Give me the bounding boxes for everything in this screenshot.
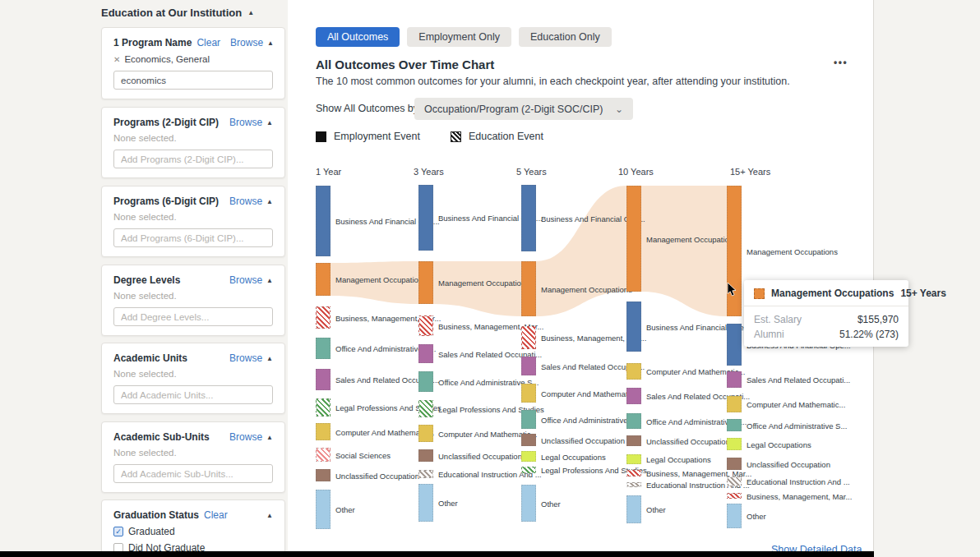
checkbox-graduated[interactable]: ✓	[113, 527, 123, 536]
sankey-node-uncl[interactable]	[316, 469, 331, 481]
sankey-node-edu[interactable]	[418, 470, 433, 478]
sankey-node-edu[interactable]	[727, 476, 742, 486]
tooltip-row-label: Alumni	[754, 329, 784, 340]
sankey-node-sales[interactable]	[727, 371, 742, 388]
collapse-arrow-icon[interactable]: ▲	[266, 119, 273, 127]
browse-link[interactable]: Browse	[229, 431, 262, 443]
show-by-label: Show All Outcomes by:	[316, 103, 422, 114]
sankey-node-bmm[interactable]	[626, 470, 641, 476]
sankey-node-comp[interactable]	[521, 384, 536, 403]
clear-link[interactable]: Clear	[204, 509, 228, 521]
browse-link[interactable]: Browse	[229, 117, 262, 128]
sankey-node-bmm[interactable]	[727, 493, 742, 499]
sankey-node-legal[interactable]	[727, 438, 742, 450]
browse-link[interactable]: Browse	[229, 196, 262, 207]
collapse-arrow-icon[interactable]: ▲	[266, 198, 273, 205]
collapse-arrow-icon[interactable]: ▲	[266, 512, 273, 519]
sankey-node-uncl[interactable]	[521, 434, 536, 446]
sankey-node-lps[interactable]	[316, 398, 331, 417]
sankey-node-comp[interactable]	[316, 423, 331, 440]
sankey-node-sales[interactable]	[316, 369, 331, 390]
sankey-node-mgmt[interactable]	[521, 261, 536, 316]
sidebar-section-header[interactable]: Education at Our Institution ▲	[101, 7, 254, 19]
selected-tag[interactable]: ✕ Economics, General	[113, 54, 273, 64]
ellipsis-menu-icon[interactable]: •••	[834, 57, 848, 68]
chart-subtitle: The 10 most common outcomes for your alu…	[316, 76, 790, 87]
tooltip-row-value: 51.22% (273)	[839, 329, 899, 340]
programs-6digit-input[interactable]	[113, 228, 273, 247]
none-selected-text: None selected.	[113, 133, 273, 143]
academic-sub-units-input[interactable]	[113, 464, 273, 483]
sankey-node-sales[interactable]	[418, 344, 433, 363]
collapse-arrow-icon[interactable]: ▲	[267, 39, 274, 47]
sankey-node-sales[interactable]	[521, 357, 536, 375]
sankey-node-other[interactable]	[626, 495, 641, 523]
sankey-node-lps[interactable]	[418, 400, 433, 417]
sankey-node-bfo[interactable]	[626, 302, 641, 352]
sankey-node-legal[interactable]	[521, 451, 536, 462]
sankey-node-uncl[interactable]	[626, 435, 641, 446]
sankey-node-other[interactable]	[418, 484, 433, 522]
node-tooltip: Management Occupations 15+ Years Est. Sa…	[744, 280, 908, 347]
degree-levels-input[interactable]	[113, 307, 273, 326]
sankey-node-sales[interactable]	[626, 388, 641, 404]
sankey-node-comp[interactable]	[418, 425, 433, 442]
filter-card-degree-levels: Degree Levels Browse ▲ None selected.	[101, 265, 285, 336]
sidebar-section-title: Education at Our Institution	[101, 7, 242, 19]
sankey-node-comp[interactable]	[626, 363, 641, 380]
window-bottom-edge	[0, 551, 874, 557]
sankey-node-oas[interactable]	[521, 410, 536, 429]
legend-label: Education Event	[469, 131, 543, 142]
tab-employment-only[interactable]: Employment Only	[407, 27, 511, 47]
sankey-node-bmm[interactable]	[521, 326, 536, 349]
academic-units-input[interactable]	[113, 385, 273, 404]
filter-card-graduation-status: Graduation Status Clear ▲ ✓ Graduated ✓ …	[101, 499, 285, 557]
collapse-arrow-icon[interactable]: ▲	[266, 434, 273, 441]
sankey-node-bmm[interactable]	[316, 306, 331, 329]
none-selected-text: None selected.	[113, 212, 273, 222]
sankey-node-bfo[interactable]	[316, 186, 331, 256]
sankey-node-oas[interactable]	[418, 371, 433, 392]
clear-link[interactable]: Clear	[196, 37, 220, 48]
checkbox-row-graduated[interactable]: ✓ Graduated	[113, 526, 273, 537]
sankey-node-mgmt[interactable]	[316, 263, 331, 296]
sankey-node-mgmt[interactable]	[626, 186, 641, 292]
sankey-node-bmm[interactable]	[418, 315, 433, 336]
sankey-node-uncl[interactable]	[418, 449, 433, 462]
sankey-node-comp[interactable]	[727, 396, 742, 412]
sankey-node-edu[interactable]	[626, 482, 641, 487]
sankey-node-bfo[interactable]	[418, 185, 433, 251]
tooltip-row-label: Est. Salary	[754, 314, 802, 325]
sankey-node-other[interactable]	[316, 490, 331, 529]
filter-title: Academic Units	[113, 352, 187, 364]
employment-swatch-icon	[316, 131, 326, 142]
program-name-input[interactable]	[113, 71, 273, 90]
sankey-node-bfo[interactable]	[727, 324, 742, 366]
programs-2digit-input[interactable]	[113, 150, 273, 168]
sankey-node-other[interactable]	[727, 504, 742, 528]
chevron-down-icon: ⌄	[615, 104, 623, 115]
tab-all-outcomes[interactable]: All Outcomes	[316, 27, 400, 47]
sankey-node-other[interactable]	[521, 485, 536, 522]
sankey-node-uncl[interactable]	[727, 458, 742, 470]
sankey-node-oas[interactable]	[316, 338, 331, 359]
browse-link[interactable]: Browse	[229, 274, 262, 286]
collapse-arrow-icon[interactable]: ▲	[266, 355, 273, 362]
browse-link[interactable]: Browse	[229, 352, 262, 364]
collapse-arrow-icon[interactable]: ▲	[247, 9, 254, 16]
filter-card-academic-sub-units: Academic Sub-Units Browse ▲ None selecte…	[101, 421, 285, 493]
sankey-node-soc[interactable]	[316, 448, 331, 462]
collapse-arrow-icon[interactable]: ▲	[266, 277, 273, 284]
selected-tag-label: Economics, General	[124, 54, 210, 64]
sankey-node-lps[interactable]	[521, 467, 536, 473]
sankey-node-oas[interactable]	[727, 419, 742, 431]
show-by-select[interactable]: Occupation/Program (2-Digit SOC/CIP) ⌄	[414, 98, 633, 120]
legend-label: Employment Event	[334, 131, 420, 142]
sankey-node-mgmt[interactable]	[418, 261, 433, 304]
sankey-node-bfo[interactable]	[521, 185, 536, 251]
tab-education-only[interactable]: Education Only	[519, 27, 612, 47]
sankey-node-oas[interactable]	[626, 413, 641, 429]
close-icon[interactable]: ✕	[113, 55, 120, 64]
sankey-node-legal[interactable]	[626, 454, 641, 464]
browse-link[interactable]: Browse	[230, 37, 263, 48]
